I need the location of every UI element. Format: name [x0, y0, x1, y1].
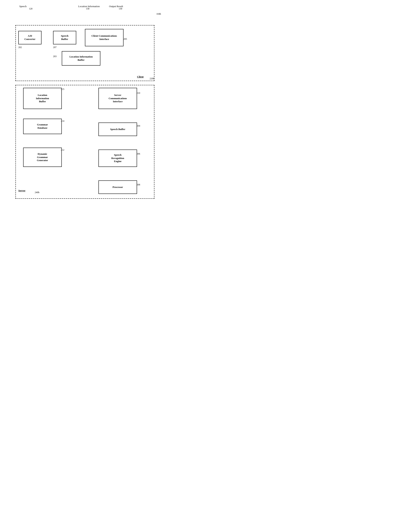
ref-214: 214	[61, 120, 64, 123]
ref-104b: 104b	[156, 13, 161, 15]
location-buffer-client-box: Location InformationBuffer	[62, 51, 100, 66]
ref-204: 204	[137, 124, 140, 127]
ref-203: 203	[53, 55, 57, 58]
ref-212: 212	[61, 149, 64, 151]
ad-converter-box: A/DConverter	[18, 31, 42, 44]
grammar-database-box: GrammarDatabase	[23, 119, 62, 134]
speech-buffer-server-box: Speech Buffer	[98, 123, 137, 136]
ref-202: 202	[18, 46, 22, 49]
ref-130b: 130	[119, 7, 122, 10]
ref-205: 205	[124, 38, 127, 41]
server-label: Server	[18, 189, 25, 192]
ref-215: 215	[61, 88, 64, 91]
ref-220b: 220b	[150, 77, 154, 80]
dynamic-grammar-box: DynamicGrammarGenerator	[23, 148, 62, 167]
processor-box: Processor	[98, 180, 137, 194]
speech-recognition-box: SpeechRecognitionEngine	[98, 149, 137, 167]
ref-208: 208	[137, 183, 140, 186]
speech-label: Speech	[19, 5, 27, 8]
ref-210: 210	[137, 92, 140, 95]
server-comms-box: ServerCommunicationsInterface	[98, 88, 137, 109]
client-comms-box: Client CommunicationsInterface	[85, 29, 124, 46]
ref-206: 206	[137, 152, 140, 155]
client-label: Client	[137, 75, 144, 78]
location-buffer-server-box: LocationInformationBuffer	[23, 88, 62, 109]
speech-buffer-client-box: SpeechBuffer	[53, 31, 76, 44]
ref-207: 207	[53, 46, 57, 49]
ref-130a: 130	[86, 7, 89, 10]
ref-120: 120	[29, 7, 32, 10]
ref-240b: 240b	[35, 191, 39, 194]
